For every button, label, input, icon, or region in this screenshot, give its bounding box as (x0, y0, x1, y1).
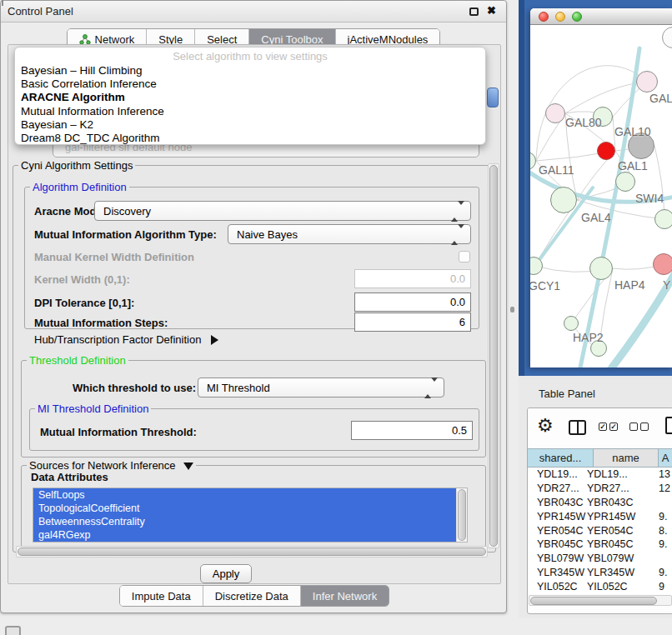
network-node[interactable] (615, 172, 635, 192)
network-node[interactable] (564, 316, 579, 331)
network-node[interactable] (636, 71, 658, 92)
kernel-width-field[interactable]: 0.0 (354, 269, 471, 288)
sources-expander[interactable]: Sources for Network Inference (27, 459, 196, 472)
combo-arrows-icon (451, 205, 464, 218)
settings-vertical-scrollbar[interactable] (488, 163, 499, 548)
node-label: Y (663, 278, 670, 292)
tab-infer-network[interactable]: Infer Network (301, 586, 389, 606)
sources-title: Sources for Network Inference (29, 459, 176, 472)
dropdown-item[interactable]: Mutual Information Inference (15, 105, 485, 118)
mi-algorithm-type-combobox[interactable]: Naive Bayes (228, 224, 471, 244)
list-item-selected[interactable]: TopologicalCoefficient (33, 502, 456, 515)
table-row[interactable]: YBR045CYBR045C9. (528, 538, 672, 552)
dropdown-item[interactable]: Dream8 DC_TDC Algorithm (15, 132, 485, 145)
dpi-tolerance-field[interactable]: 0.0 (354, 292, 471, 312)
table-body: YDL19...YDL19...13 YDR27...YDR27...12 YB… (528, 468, 672, 594)
bottom-tab-bar: Impute Data Discretize Data Infer Networ… (1, 585, 508, 607)
network-node[interactable] (654, 209, 672, 229)
node-label: HAP4 (614, 278, 645, 292)
network-node[interactable] (550, 187, 577, 213)
column-header[interactable]: A (659, 448, 672, 468)
manual-kernel-width-checkbox[interactable] (459, 251, 470, 262)
network-canvas[interactable]: GAL2 GAL80 GAL10 GAL1 GAL11 SWI4 GAL4 GC… (530, 25, 672, 368)
combo-arrows-icon (451, 228, 464, 241)
table-row[interactable]: YIL052CYIL052C9 (528, 579, 672, 593)
hub-definition-expander[interactable]: Hub/Transcription Factor Definition (34, 333, 218, 346)
table-row[interactable]: YDL19...YDL19...13 (528, 468, 672, 482)
column-header-name[interactable]: name (594, 448, 659, 468)
zoom-traffic-light[interactable] (572, 12, 582, 22)
node-label: GAL2 (649, 92, 672, 105)
table-row[interactable]: YBL079WYBL079W (528, 552, 672, 566)
collapsed-panel-icon[interactable] (5, 626, 21, 635)
dropdown-item-highlighted[interactable]: ARACNE Algorithm (15, 91, 485, 104)
panel-divider-handle[interactable] (510, 307, 514, 312)
table-row[interactable]: YBR043CYBR043C (528, 496, 672, 510)
group-title: Cyni Algorithm Settings (18, 159, 135, 172)
mi-algorithm-type-value: Naive Bayes (237, 228, 298, 241)
apply-button[interactable]: Apply (200, 564, 252, 583)
settings-horizontal-scrollbar[interactable] (16, 546, 488, 558)
table-row[interactable]: YER054CYER054C8. (528, 523, 672, 538)
minimize-traffic-light[interactable] (555, 12, 565, 22)
network-view-window: GAL2 GAL80 GAL10 GAL1 GAL11 SWI4 GAL4 GC… (530, 8, 672, 368)
combobox-stepper[interactable] (487, 88, 499, 108)
expander-collapsed-icon (211, 335, 218, 345)
mi-steps-field[interactable]: 6 (354, 312, 471, 332)
control-panel-window: Control Panel ✖ Network Style Select (0, 0, 507, 613)
node-label: GAL4 (581, 211, 611, 224)
table-horizontal-scrollbar[interactable] (529, 595, 672, 606)
table-panel: ⚙ ✓✓ shared... name A YDL19...YDL19...13… (527, 408, 672, 614)
table-row[interactable]: YPR145WYPR145W9. (528, 509, 672, 523)
tab-discretize-data[interactable]: Discretize Data (203, 586, 301, 606)
which-threshold-label: Which threshold to use: (73, 382, 196, 394)
table-row[interactable]: YDR27...YDR27...12 (528, 482, 672, 496)
mi-threshold-label: Mutual Information Threshold: (40, 426, 197, 438)
close-traffic-light[interactable] (539, 12, 549, 22)
expander-expanded-icon (183, 462, 193, 470)
dropdown-prompt: Select algorithm to view settings (15, 50, 485, 64)
split-view-icon[interactable] (569, 420, 586, 435)
mi-steps-label: Mutual Information Steps: (34, 317, 168, 329)
list-item-selected[interactable]: gal4RGexp (33, 528, 456, 542)
control-panel-titlebar: Control Panel ✖ (1, 1, 506, 22)
group-title: Threshold Definition (27, 354, 128, 367)
which-threshold-combobox[interactable]: MI Threshold (198, 378, 444, 398)
mi-threshold-field[interactable]: 0.5 (351, 421, 473, 440)
close-icon[interactable]: ✖ (487, 4, 496, 17)
table-panel-area: Table Panel ⚙ ✓✓ shared... name A YDL19.… (519, 376, 672, 618)
settings-gear-icon[interactable]: ⚙ (537, 415, 554, 437)
network-node[interactable] (597, 142, 615, 160)
node-label: GAL10 (614, 125, 651, 138)
algorithm-dropdown-popup: Select algorithm to view settings Bayesi… (14, 47, 486, 145)
network-node[interactable] (589, 257, 613, 280)
network-node[interactable] (545, 103, 565, 123)
select-all-icon[interactable]: ✓✓ (599, 422, 618, 431)
list-vertical-scrollbar[interactable] (456, 488, 467, 542)
dropdown-item[interactable]: Basic Correlation Inference (15, 78, 485, 91)
hub-definition-label: Hub/Transcription Factor Definition (34, 333, 201, 346)
export-table-icon[interactable] (665, 417, 672, 434)
list-item-selected[interactable]: SelfLoops (33, 488, 456, 502)
aracne-mode-value: Discovery (103, 205, 151, 218)
float-window-icon[interactable] (469, 8, 479, 16)
column-header-shared-name[interactable]: shared... (528, 448, 594, 468)
dropdown-item[interactable]: Bayesian – K2 (15, 118, 485, 132)
dropdown-item[interactable]: Bayesian – Hill Climbing (15, 64, 485, 78)
node-label: GCY1 (530, 279, 560, 292)
list-item-selected[interactable]: BetweennessCentrality (33, 515, 456, 528)
combo-arrows-icon (424, 382, 438, 394)
deselect-all-icon[interactable] (629, 422, 649, 431)
node-label: SWI4 (635, 192, 664, 205)
table-panel-title: Table Panel (539, 388, 595, 400)
tab-impute-data[interactable]: Impute Data (120, 586, 203, 606)
manual-kernel-width-label: Manual Kernel Width Definition (34, 251, 194, 263)
table-row[interactable]: YLR345WYLR345W9. (528, 566, 672, 580)
table-header: shared... name A (528, 448, 672, 468)
node-label: GAL1 (618, 159, 648, 172)
aracne-mode-combobox[interactable]: Discovery (94, 201, 471, 221)
node-label: GAL80 (565, 116, 602, 129)
data-attributes-label: Data Attributes (31, 471, 108, 483)
network-node[interactable] (653, 253, 672, 275)
dpi-tolerance-label: DPI Tolerance [0,1]: (34, 297, 134, 309)
